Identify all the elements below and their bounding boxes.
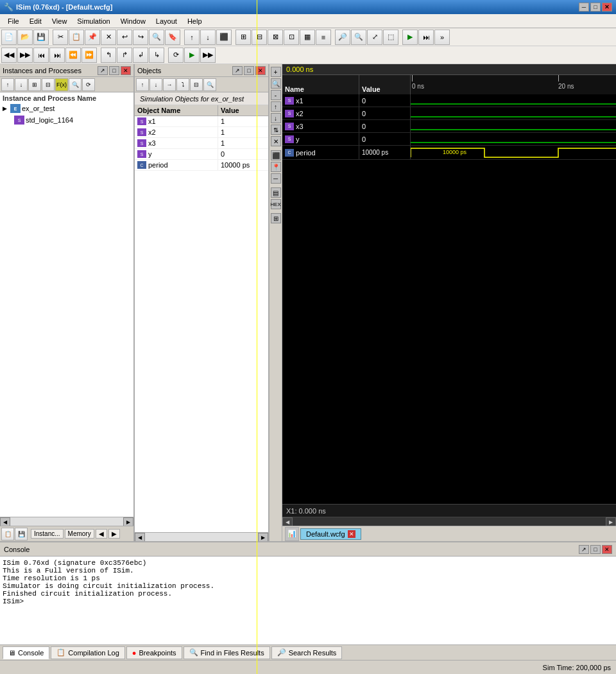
- cut-button[interactable]: ✂: [53, 30, 68, 45]
- objects-max-btn[interactable]: □: [244, 66, 254, 75]
- redo-button[interactable]: ↪: [133, 30, 148, 45]
- obj-row-x3[interactable]: S x3 1: [135, 138, 268, 149]
- zoom-out-button[interactable]: 🔍: [351, 30, 366, 45]
- obj-scroll-track[interactable]: [145, 533, 258, 541]
- wf-sig-name-x3[interactable]: S x3: [282, 120, 359, 132]
- menu-help[interactable]: Help: [182, 16, 207, 26]
- tb2-btn11[interactable]: ⟳: [168, 48, 184, 63]
- wv-hex-btn[interactable]: HEX: [271, 199, 281, 209]
- instances-scrollbar[interactable]: ◀ ▶: [0, 517, 133, 526]
- tb2-btn3[interactable]: ⏮: [33, 48, 49, 63]
- wf-scrollbar[interactable]: ◀ ▶: [282, 517, 616, 526]
- menu-view[interactable]: View: [47, 16, 73, 26]
- wf-sig-name-y[interactable]: S y: [282, 133, 359, 145]
- wave-tb-6[interactable]: ≡: [316, 30, 331, 45]
- instances-max-btn[interactable]: □: [109, 66, 119, 75]
- tb2-btn8[interactable]: ↱: [117, 48, 132, 63]
- tb2-btn9[interactable]: ↲: [133, 48, 148, 63]
- undo-button[interactable]: ↩: [117, 30, 132, 45]
- footer-btn-right[interactable]: ▶: [108, 529, 120, 539]
- obj-tb-btn5[interactable]: ⊟: [190, 78, 203, 91]
- wf-empty-space[interactable]: [282, 160, 616, 504]
- find-button[interactable]: 🔍: [149, 30, 164, 45]
- wf-sig-name-x2[interactable]: S x2: [282, 107, 359, 119]
- wv-color-btn[interactable]: ⬛: [271, 150, 281, 160]
- paste-button[interactable]: 📌: [85, 30, 100, 45]
- tab-search-results[interactable]: 🔎 Search Results: [271, 646, 343, 659]
- wf-wave-x3[interactable]: [411, 120, 616, 132]
- wf-tab-default[interactable]: Default.wcfg ✕: [300, 528, 361, 540]
- sim-step-button[interactable]: ⏭: [418, 30, 434, 45]
- wv-up-btn[interactable]: ↑: [271, 101, 281, 112]
- inst-tb-btn1[interactable]: ↑: [1, 78, 14, 91]
- obj-scroll-right[interactable]: ▶: [258, 533, 268, 542]
- zoom-full-button[interactable]: ⤢: [367, 30, 382, 45]
- wv-add-btn[interactable]: +: [271, 67, 281, 77]
- obj-row-y[interactable]: S y 0: [135, 149, 268, 160]
- inst-tb-btn3[interactable]: ⊞: [28, 78, 41, 91]
- obj-tb-btn6[interactable]: 🔍: [203, 78, 216, 91]
- wv-grid-btn[interactable]: ⊞: [271, 213, 281, 223]
- memory-tab[interactable]: Memory: [65, 529, 94, 539]
- copy-button[interactable]: 📋: [69, 30, 84, 45]
- menu-window[interactable]: Window: [116, 16, 151, 26]
- sim-more-button[interactable]: »: [434, 30, 450, 45]
- obj-row-period[interactable]: C period 10000 ps: [135, 160, 268, 171]
- wave-tb-1[interactable]: ⊞: [235, 30, 251, 45]
- objects-float-btn[interactable]: ↗: [232, 66, 243, 75]
- scroll-track[interactable]: [10, 517, 123, 526]
- tab-compilation-log[interactable]: 📋 Compilation Log: [51, 646, 125, 659]
- tb2-btn6[interactable]: ⏩: [81, 48, 97, 63]
- sim-run-button[interactable]: ▶: [402, 30, 418, 45]
- wf-sig-name-x1[interactable]: S x1: [282, 94, 359, 107]
- minimize-button[interactable]: ─: [579, 3, 589, 12]
- tb2-btn10[interactable]: ↳: [149, 48, 164, 63]
- tab-find-in-files[interactable]: 🔍 Find in Files Results: [184, 646, 270, 659]
- obj-tb-btn4[interactable]: ⤵: [176, 78, 189, 91]
- wf-scroll-right[interactable]: ▶: [606, 517, 616, 526]
- instances-close-btn[interactable]: ✕: [121, 66, 131, 75]
- new-button[interactable]: 📄: [1, 30, 17, 45]
- menu-edit[interactable]: Edit: [24, 16, 47, 26]
- down-button[interactable]: ↓: [200, 30, 216, 45]
- tab-breakpoints[interactable]: ● Breakpoints: [126, 646, 182, 659]
- obj-tb-btn1[interactable]: ↑: [136, 78, 149, 91]
- console-header-buttons[interactable]: ↗ □ ✕: [579, 545, 612, 554]
- wf-tab-icon[interactable]: 📊: [285, 527, 299, 541]
- tb2-btn13[interactable]: ▶▶: [200, 48, 216, 63]
- objects-header-buttons[interactable]: ↗ □ ✕: [232, 66, 266, 75]
- stop-button[interactable]: ⬛: [216, 30, 232, 45]
- wf-wave-y[interactable]: [411, 133, 616, 145]
- wave-tb-5[interactable]: ▦: [300, 30, 315, 45]
- wv-zoom-out-btn[interactable]: -: [271, 90, 281, 100]
- footer-btn-left[interactable]: ◀: [96, 529, 107, 539]
- tb2-btn7[interactable]: ↰: [101, 48, 116, 63]
- wv-bus-btn[interactable]: ▤: [271, 187, 281, 198]
- instances-float-btn[interactable]: ↗: [98, 66, 108, 75]
- inst-tb-btn6[interactable]: 🔍: [69, 78, 81, 91]
- console-close-btn[interactable]: ✕: [602, 545, 612, 554]
- save-button[interactable]: 💾: [33, 30, 49, 45]
- obj-scroll-left[interactable]: ◀: [135, 533, 145, 542]
- console-content[interactable]: ISim 0.76xd (signature 0xc3576ebc) This …: [0, 557, 616, 644]
- obj-row-x2[interactable]: S x2 1: [135, 127, 268, 138]
- obj-tb-btn3[interactable]: →: [163, 78, 176, 91]
- menu-layout[interactable]: Layout: [151, 16, 182, 26]
- wv-down-btn[interactable]: ↓: [271, 113, 281, 123]
- menu-file[interactable]: File: [3, 16, 24, 26]
- delete-button[interactable]: ✕: [101, 30, 116, 45]
- obj-row-x1[interactable]: S x1 1: [135, 116, 268, 127]
- objects-close-btn[interactable]: ✕: [255, 66, 266, 75]
- obj-tb-btn2[interactable]: ↓: [150, 78, 162, 91]
- tb2-btn1[interactable]: ◀◀: [1, 48, 17, 63]
- wf-tab-close-btn[interactable]: ✕: [348, 530, 355, 538]
- close-button[interactable]: ✕: [602, 3, 612, 12]
- wv-divider-btn[interactable]: ─: [271, 173, 281, 184]
- wf-wave-period[interactable]: 10000 ps: [411, 146, 616, 159]
- wv-zoom-in-btn[interactable]: 🔍: [271, 78, 281, 89]
- console-max-btn[interactable]: □: [590, 545, 601, 554]
- inst-tb-btn7[interactable]: ⟳: [82, 78, 95, 91]
- wv-swap-btn[interactable]: ⇅: [271, 125, 281, 135]
- wf-wave-x1[interactable]: [411, 94, 616, 107]
- tree-item-std-logic[interactable]: S std_logic_1164: [1, 114, 132, 126]
